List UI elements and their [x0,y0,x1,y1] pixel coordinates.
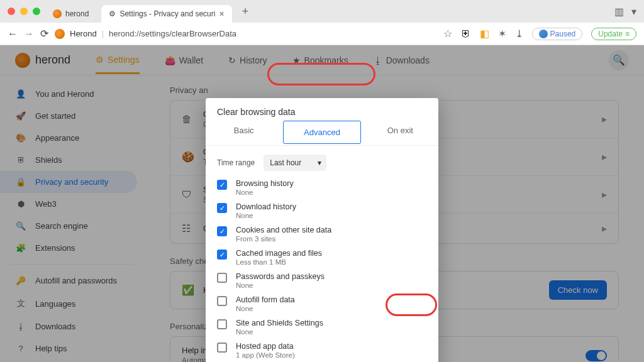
star-icon[interactable]: ☆ [443,28,452,40]
maximize-window-icon[interactable] [33,8,40,15]
tab-advanced[interactable]: Advanced [283,121,360,144]
time-range-select[interactable]: Last hour ▾ [264,155,326,171]
tab-label: Settings - Privacy and securi [119,9,215,18]
checkbox[interactable]: ✓ [217,180,227,190]
dialog-tabs: Basic Advanced On exit [206,119,438,146]
close-window-icon[interactable] [8,8,15,15]
checkbox-label: Browsing history [236,179,294,188]
page-content: herond ⚙Settings 👛Wallet ↻History ★Bookm… [0,45,644,362]
chevron-down-icon: ▾ [318,158,321,167]
extensions-icon[interactable]: ✶ [498,28,506,40]
checkbox-row[interactable]: Site and Shields SettingsNone [217,315,427,339]
browser-tab-settings[interactable]: ⚙ Settings - Privacy and securi × [101,5,231,23]
checkbox-row[interactable]: ✓Cached images and filesLess than 1 MB [217,246,427,269]
dialog-title: Clear browsing data [206,98,438,119]
forward-button: → [24,28,34,40]
menu-icon: ≡ [625,30,630,38]
chevron-down-icon[interactable]: ▾ [631,6,636,18]
window-titlebar: herond ⚙ Settings - Privacy and securi ×… [0,0,644,23]
close-tab-icon[interactable]: × [219,9,224,19]
checkbox-sublabel: 1 app (Web Store) [236,351,295,359]
checkbox[interactable] [217,273,227,283]
url-brand: Herond [70,29,97,38]
time-range-row: Time range Last hour ▾ [217,155,427,171]
browser-tab-herond[interactable]: herond [45,5,96,23]
gear-icon: ⚙ [109,9,116,18]
panels-icon[interactable]: ▥ [614,6,624,18]
checkbox-row[interactable]: Hosted app data1 app (Web Store) [217,339,427,362]
checkbox-label: Site and Shields Settings [236,319,323,327]
wallet-icon[interactable]: ◧ [480,28,489,40]
back-button[interactable]: ← [8,28,18,40]
checkbox-row[interactable]: Passwords and passkeysNone [217,269,427,292]
checkbox-sublabel: None [236,305,295,312]
shield-icon[interactable]: ⛨ [461,28,471,40]
tab-basic[interactable]: Basic [206,119,282,145]
tab-onexit[interactable]: On exit [362,119,438,145]
address-bar[interactable]: Herond | herond://settings/clearBrowserD… [55,29,437,39]
checkbox-sublabel: None [236,212,296,219]
checkbox[interactable] [217,296,227,306]
checkbox-label: Passwords and passkeys [236,272,325,281]
update-button[interactable]: Update≡ [591,28,636,40]
clear-browsing-data-dialog: Clear browsing data Basic Advanced On ex… [206,98,438,362]
checkbox[interactable] [217,319,227,329]
checkbox[interactable] [217,343,227,353]
tab-label: herond [65,9,89,18]
download-icon[interactable]: ⤓ [515,28,523,40]
traffic-lights[interactable] [8,8,40,15]
new-tab-button[interactable]: + [242,5,249,18]
checkbox-row[interactable]: ✓Cookies and other site dataFrom 3 sites [217,222,427,246]
checkbox-sublabel: None [236,189,294,196]
checkbox-sublabel: From 3 sites [236,235,331,243]
checkbox-sublabel: None [236,328,323,336]
checkbox-row[interactable]: Autofill form dataNone [217,292,427,315]
checkbox-label: Download history [236,202,296,211]
minimize-window-icon[interactable] [20,8,28,15]
url-path: herond://settings/clearBrowserData [109,29,236,38]
site-icon [55,29,65,39]
browser-toolbar: ← → ⟳ Herond | herond://settings/clearBr… [0,23,644,45]
checkbox[interactable]: ✓ [217,203,227,213]
checkbox-row[interactable]: ✓Browsing historyNone [217,176,427,199]
dialog-body: Time range Last hour ▾ ✓Browsing history… [206,146,438,362]
checkbox-label: Cookies and other site data [236,226,331,234]
profile-paused-button[interactable]: Paused [532,28,583,40]
checkbox-sublabel: None [236,282,325,289]
checkbox-row[interactable]: ✓Download historyNone [217,199,427,222]
profile-avatar-icon [539,30,548,38]
checkbox-label: Autofill form data [236,295,295,304]
checkbox[interactable]: ✓ [217,226,227,236]
time-range-label: Time range [217,158,255,167]
checkbox-label: Cached images and files [236,249,322,258]
checkbox-sublabel: Less than 1 MB [236,258,322,266]
checkbox-label: Hosted app data [236,342,295,351]
herond-icon [53,9,62,18]
checkbox[interactable]: ✓ [217,250,227,260]
reload-button[interactable]: ⟳ [40,28,48,40]
